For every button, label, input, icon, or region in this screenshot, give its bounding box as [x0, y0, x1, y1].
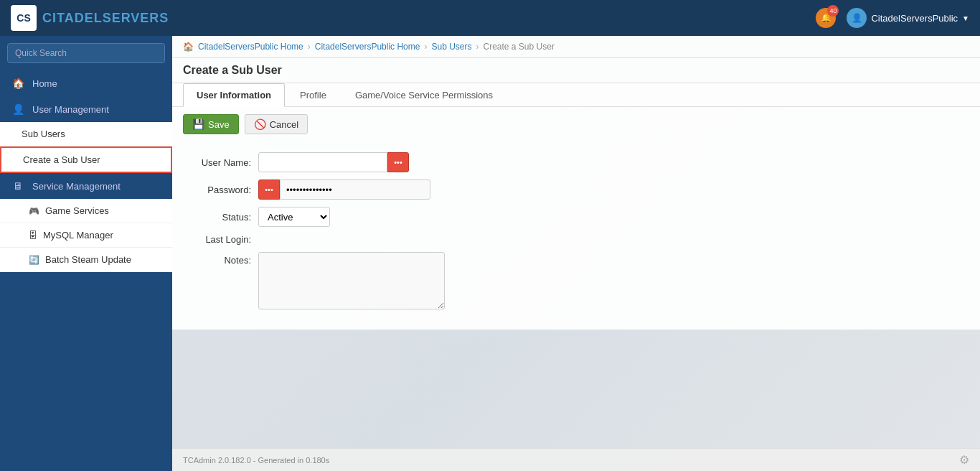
password-input[interactable]: [280, 179, 430, 200]
cancel-button-label: Cancel: [270, 119, 298, 130]
sidebar: 🏠 Home 👤 User Management Sub Users Creat…: [0, 36, 172, 471]
sidebar-item-create-sub-user-label: Create a Sub User: [23, 154, 100, 165]
content-spacer: [172, 330, 980, 448]
footer: TCAdmin 2.0.182.0 - Generated in 0.180s …: [172, 448, 980, 471]
save-button-label: Save: [208, 119, 230, 130]
password-label: Password:: [187, 185, 258, 195]
username-label: User Name:: [187, 157, 258, 168]
mysql-icon: 🗄: [29, 230, 37, 241]
status-label: Status:: [187, 212, 258, 223]
sidebar-item-sub-users[interactable]: Sub Users: [0, 122, 172, 146]
footer-version: TCAdmin 2.0.182.0 - Generated in 0.180s: [183, 456, 329, 465]
game-services-icon: 🎮: [29, 206, 39, 216]
main-layout: 🏠 Home 👤 User Management Sub Users Creat…: [0, 36, 980, 471]
form-row-last-login: Last Login:: [187, 234, 966, 245]
sidebar-item-home[interactable]: 🏠 Home: [0, 70, 172, 96]
sidebar-item-game-services[interactable]: 🎮 Game Services: [0, 199, 172, 223]
notification-bell[interactable]: 🔔 40: [816, 8, 836, 28]
tab-profile[interactable]: Profile: [286, 83, 340, 106]
form-row-notes: Notes:: [187, 252, 966, 312]
sidebar-item-service-management[interactable]: 🖥 Service Management: [0, 173, 172, 199]
sidebar-item-game-services-label: Game Services: [45, 205, 109, 216]
last-login-label: Last Login:: [187, 234, 258, 245]
service-management-icon: 🖥: [11, 180, 25, 192]
chevron-down-icon: ▼: [962, 14, 969, 22]
sidebar-item-service-management-label: Service Management: [32, 181, 121, 192]
content-inner: 🏠 CitadelServersPublic Home › CitadelSer…: [172, 36, 980, 471]
notification-count: 40: [827, 5, 839, 17]
search-input[interactable]: [7, 43, 165, 63]
password-control: •••: [258, 179, 430, 200]
logo: CS CITADELSERVERS: [11, 5, 169, 31]
user-name-label: CitadelServersPublic: [871, 13, 958, 24]
sidebar-item-home-label: Home: [32, 78, 57, 89]
form-row-password: Password: •••: [187, 179, 966, 200]
sidebar-nav: 🏠 Home 👤 User Management Sub Users Creat…: [0, 70, 172, 471]
breadcrumb: 🏠 CitadelServersPublic Home › CitadelSer…: [172, 36, 980, 58]
sidebar-item-batch-steam-update[interactable]: 🔄 Batch Steam Update: [0, 248, 172, 272]
user-management-icon: 👤: [11, 103, 25, 115]
cancel-icon: 🚫: [254, 118, 266, 130]
user-avatar: 👤: [847, 8, 867, 28]
notes-control: [258, 252, 445, 312]
breadcrumb-home-icon: 🏠: [183, 42, 194, 52]
form-row-status: Status: Active Inactive Suspended: [187, 207, 966, 227]
page-title: Create a Sub User: [172, 58, 980, 83]
cancel-button[interactable]: 🚫 Cancel: [245, 114, 308, 134]
action-bar-container: 💾 Save 🚫 Cancel: [172, 107, 980, 141]
home-icon: 🏠: [11, 78, 25, 89]
tabs-bar: User Information Profile Game/Voice Serv…: [172, 83, 980, 107]
sidebar-item-batch-steam-update-label: Batch Steam Update: [45, 254, 131, 265]
content-area: 🏠 CitadelServersPublic Home › CitadelSer…: [172, 36, 980, 471]
username-extra-btn[interactable]: •••: [387, 152, 409, 172]
tab-game-voice-permissions[interactable]: Game/Voice Service Permissions: [341, 83, 507, 106]
service-management-subnav: 🎮 Game Services 🗄 MySQL Manager 🔄 Batch …: [0, 199, 172, 272]
logo-text: CITADELSERVERS: [42, 11, 169, 26]
user-management-subnav: Sub Users Create a Sub User: [0, 122, 172, 173]
app-header: CS CITADELSERVERS 🔔 40 👤 CitadelServersP…: [0, 0, 980, 36]
sidebar-item-create-sub-user[interactable]: Create a Sub User: [0, 146, 172, 173]
notes-textarea[interactable]: [258, 252, 445, 309]
form-section: User Name: ••• Password: ••• Sta: [172, 141, 980, 330]
sidebar-item-mysql-manager-label: MySQL Manager: [43, 230, 113, 241]
sidebar-item-user-management-label: User Management: [32, 104, 109, 115]
password-prefix-icon: •••: [258, 179, 280, 200]
sidebar-item-user-management[interactable]: 👤 User Management: [0, 96, 172, 122]
logo-icon: CS: [11, 5, 37, 31]
tab-user-information[interactable]: User Information: [183, 83, 285, 107]
sidebar-search-container: [0, 36, 172, 70]
batch-steam-icon: 🔄: [29, 255, 39, 265]
form-row-username: User Name: •••: [187, 152, 966, 172]
breadcrumb-current: Create a Sub User: [484, 42, 555, 52]
username-input[interactable]: [258, 152, 387, 172]
status-select[interactable]: Active Inactive Suspended: [258, 207, 330, 227]
action-bar: 💾 Save 🚫 Cancel: [183, 114, 969, 134]
gear-icon: ⚙: [959, 453, 969, 467]
breadcrumb-sep-1: ›: [308, 42, 311, 52]
breadcrumb-sep-3: ›: [476, 42, 479, 52]
save-icon: 💾: [192, 118, 204, 130]
username-control: •••: [258, 152, 409, 172]
breadcrumb-link-2[interactable]: CitadelServersPublic Home: [315, 42, 420, 52]
status-control: Active Inactive Suspended: [258, 207, 330, 227]
sidebar-item-sub-users-label: Sub Users: [22, 129, 65, 139]
sidebar-item-mysql-manager[interactable]: 🗄 MySQL Manager: [0, 223, 172, 248]
breadcrumb-link-1[interactable]: CitadelServersPublic Home: [198, 42, 303, 52]
header-right: 🔔 40 👤 CitadelServersPublic ▼: [816, 8, 969, 28]
notes-label: Notes:: [187, 252, 258, 266]
save-button[interactable]: 💾 Save: [183, 114, 239, 134]
breadcrumb-sep-2: ›: [424, 42, 427, 52]
breadcrumb-link-3[interactable]: Sub Users: [431, 42, 471, 52]
user-menu[interactable]: 👤 CitadelServersPublic ▼: [847, 8, 969, 28]
